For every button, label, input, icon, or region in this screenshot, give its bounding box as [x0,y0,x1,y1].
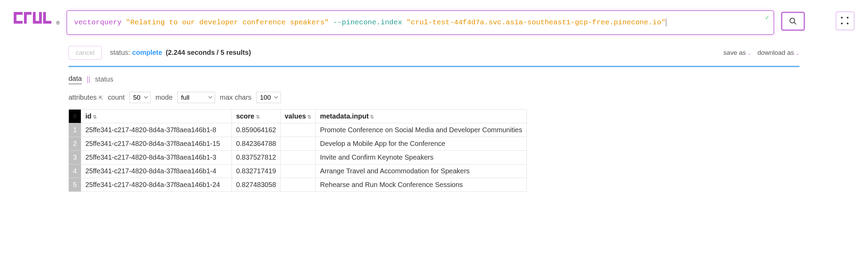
cell-id: 25ffe341-c217-4820-8d4a-37f8aea146b1-15 [81,137,232,150]
sort-icon: ⇅ [370,114,374,120]
cell-id: 25ffe341-c217-4820-8d4a-37f8aea146b1-24 [81,178,232,191]
table-row[interactable]: 425ffe341-c217-4820-8d4a-37f8aea146b1-40… [69,164,527,178]
download-as-button[interactable]: download as⌄ [757,49,799,57]
cell-values [280,164,315,178]
chevron-down-icon: ⌄ [747,50,751,56]
save-as-button[interactable]: save as⌄ [723,49,751,57]
sort-icon: ⇅ [307,114,311,120]
svg-rect-4 [24,12,32,15]
cell-rownum: 3 [69,150,81,164]
logo[interactable]: ® [14,12,60,26]
tab-status[interactable]: status [95,75,113,83]
cell-values [280,178,315,191]
svg-rect-9 [43,21,51,24]
check-icon: ✓ [765,14,769,21]
status-label: status: [110,49,130,57]
cell-metadata-input: Arrange Travel and Accommodation for Spe… [316,164,526,178]
mode-label: mode [156,94,173,101]
cell-metadata-input: Develop a Mobile App for the Conference [316,137,526,150]
expand-icon: ⇱ [99,95,103,101]
status-value: complete [132,49,162,57]
col-id[interactable]: id⇅ [81,109,232,123]
svg-rect-7 [39,12,42,24]
table-row[interactable]: 325ffe341-c217-4820-8d4a-37f8aea146b1-30… [69,150,527,164]
tab-data[interactable]: data [69,75,82,84]
cell-score: 0.832717419 [232,164,281,178]
table-row[interactable]: 125ffe341-c217-4820-8d4a-37f8aea146b1-80… [69,123,527,137]
results-table: # id⇅ score⇅ values⇅ metadata.input⇅ 125… [69,109,527,192]
cell-id: 25ffe341-c217-4820-8d4a-37f8aea146b1-4 [81,164,232,178]
text-cursor [666,18,666,26]
col-rownum[interactable]: # [69,109,81,123]
maxchars-select[interactable]: 100 [256,92,281,103]
cell-id: 25ffe341-c217-4820-8d4a-37f8aea146b1-3 [81,150,232,164]
search-icon [789,17,797,25]
cell-rownum: 4 [69,164,81,178]
count-select[interactable]: 50 [129,92,151,103]
cell-rownum: 5 [69,178,81,191]
attributes-button[interactable]: attributes ⇱ [69,94,103,101]
svg-rect-2 [14,21,23,24]
table-row[interactable]: 225ffe341-c217-4820-8d4a-37f8aea146b1-15… [69,137,527,150]
menu-button[interactable] [836,12,854,30]
maxchars-label: max chars [220,94,251,101]
cell-metadata-input: Promote Conference on Social Media and D… [316,123,526,137]
cell-rownum: 2 [69,137,81,150]
query-token-string: "crul-test-44f4d7a.svc.asia-southeast1-g… [407,18,666,26]
cell-values [280,123,315,137]
progress-bar [69,66,799,67]
table-row[interactable]: 525ffe341-c217-4820-8d4a-37f8aea146b1-24… [69,178,527,191]
count-label: count [108,94,125,101]
cell-score: 0.842364788 [232,137,281,150]
svg-point-10 [790,18,795,23]
tab-separator: || [87,75,90,83]
sort-icon: ⇅ [93,114,97,120]
cell-score: 0.837527812 [232,150,281,164]
col-metadata-input[interactable]: metadata.input⇅ [316,109,526,123]
svg-line-11 [794,22,796,24]
cell-id: 25ffe341-c217-4820-8d4a-37f8aea146b1-8 [81,123,232,137]
status-meta: (2.244 seconds / 5 results) [166,49,251,57]
query-token-command: vectorquery [74,18,122,26]
query-token-flag: --pinecone.index [333,18,402,26]
query-token-string: "Relating to our developer conference sp… [126,18,329,26]
chevron-down-icon: ⌄ [795,50,799,56]
cell-metadata-input: Invite and Confirm Keynote Speakers [316,150,526,164]
cell-score: 0.859064162 [232,123,281,137]
col-score[interactable]: score⇅ [232,109,281,123]
cell-rownum: 1 [69,123,81,137]
col-values[interactable]: values⇅ [280,109,315,123]
search-button[interactable] [781,12,805,31]
registered-mark: ® [56,20,60,26]
cell-metadata-input: Rehearse and Run Mock Conference Session… [316,178,526,191]
cell-values [280,150,315,164]
cancel-button[interactable]: cancel [69,46,102,60]
sort-icon: ⇅ [256,114,260,120]
cell-score: 0.827483058 [232,178,281,191]
query-input[interactable]: vectorquery "Relating to our developer c… [66,10,774,35]
cell-values [280,137,315,150]
mode-select[interactable]: full [177,92,215,103]
